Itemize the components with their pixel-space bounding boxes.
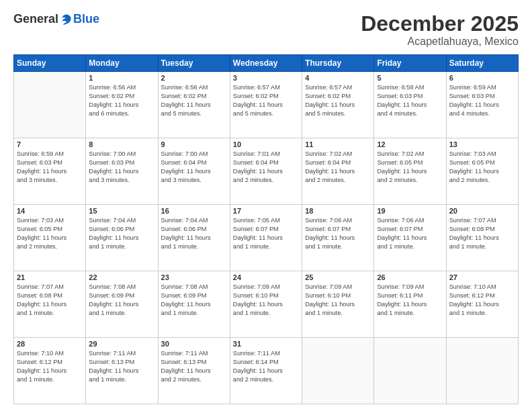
day-info: Sunrise: 7:02 AM Sunset: 6:04 PM Dayligh… [305,150,371,185]
calendar-cell: 22Sunrise: 7:08 AM Sunset: 6:09 PM Dayli… [86,271,158,338]
day-number: 29 [89,340,154,348]
logo-blue-text: Blue [73,12,99,26]
day-number: 4 [305,74,371,82]
month-title: December 2025 [361,12,519,36]
day-number: 26 [377,273,443,281]
day-info: Sunrise: 7:00 AM Sunset: 6:03 PM Dayligh… [89,150,154,185]
calendar-cell: 2Sunrise: 6:56 AM Sunset: 6:02 PM Daylig… [158,72,230,138]
day-info: Sunrise: 6:56 AM Sunset: 6:02 PM Dayligh… [89,83,154,118]
day-number: 17 [233,207,299,215]
weekday-header-wednesday: Wednesday [230,55,302,72]
day-number: 7 [17,140,83,148]
day-number: 19 [377,207,443,215]
day-number: 28 [17,340,83,348]
weekday-header-monday: Monday [86,55,158,72]
calendar-cell: 4Sunrise: 6:57 AM Sunset: 6:02 PM Daylig… [302,72,374,138]
calendar-cell: 15Sunrise: 7:04 AM Sunset: 6:06 PM Dayli… [86,205,158,271]
calendar-cell: 24Sunrise: 7:09 AM Sunset: 6:10 PM Dayli… [230,271,302,338]
calendar-cell: 5Sunrise: 6:58 AM Sunset: 6:03 PM Daylig… [374,72,446,138]
calendar-week-row: 7Sunrise: 6:59 AM Sunset: 6:03 PM Daylig… [14,138,519,205]
day-info: Sunrise: 7:09 AM Sunset: 6:11 PM Dayligh… [377,283,443,318]
day-info: Sunrise: 7:06 AM Sunset: 6:07 PM Dayligh… [377,216,443,251]
weekday-header-friday: Friday [374,55,446,72]
day-info: Sunrise: 7:08 AM Sunset: 6:09 PM Dayligh… [89,283,154,318]
calendar-cell: 23Sunrise: 7:08 AM Sunset: 6:09 PM Dayli… [158,271,230,338]
calendar-cell: 17Sunrise: 7:05 AM Sunset: 6:07 PM Dayli… [230,205,302,271]
calendar-week-row: 14Sunrise: 7:03 AM Sunset: 6:05 PM Dayli… [14,205,519,271]
calendar-cell: 12Sunrise: 7:02 AM Sunset: 6:05 PM Dayli… [374,138,446,205]
calendar-cell: 20Sunrise: 7:07 AM Sunset: 6:08 PM Dayli… [446,205,518,271]
day-number: 24 [233,273,299,281]
calendar-cell: 14Sunrise: 7:03 AM Sunset: 6:05 PM Dayli… [14,205,86,271]
day-number: 2 [161,74,227,82]
day-number: 13 [449,140,515,148]
weekday-header-sunday: Sunday [14,55,86,72]
day-info: Sunrise: 6:59 AM Sunset: 6:03 PM Dayligh… [449,83,515,118]
day-number: 31 [233,340,299,348]
day-info: Sunrise: 7:01 AM Sunset: 6:04 PM Dayligh… [233,150,299,185]
calendar-cell: 1Sunrise: 6:56 AM Sunset: 6:02 PM Daylig… [86,72,158,138]
day-number: 8 [89,140,154,148]
calendar-cell: 29Sunrise: 7:11 AM Sunset: 6:13 PM Dayli… [86,338,158,404]
weekday-header-thursday: Thursday [302,55,374,72]
day-number: 5 [377,74,443,82]
day-number: 9 [161,140,227,148]
day-info: Sunrise: 7:06 AM Sunset: 6:07 PM Dayligh… [305,216,371,251]
calendar-cell: 10Sunrise: 7:01 AM Sunset: 6:04 PM Dayli… [230,138,302,205]
day-number: 10 [233,140,299,148]
calendar-week-row: 21Sunrise: 7:07 AM Sunset: 6:08 PM Dayli… [14,271,519,338]
calendar-cell [14,72,86,138]
calendar-cell: 11Sunrise: 7:02 AM Sunset: 6:04 PM Dayli… [302,138,374,205]
day-info: Sunrise: 7:04 AM Sunset: 6:06 PM Dayligh… [161,216,227,251]
day-number: 12 [377,140,443,148]
calendar-week-row: 1Sunrise: 6:56 AM Sunset: 6:02 PM Daylig… [14,72,519,138]
calendar-cell: 26Sunrise: 7:09 AM Sunset: 6:11 PM Dayli… [374,271,446,338]
calendar-cell: 28Sunrise: 7:10 AM Sunset: 6:12 PM Dayli… [14,338,86,404]
day-number: 21 [17,273,83,281]
day-info: Sunrise: 7:05 AM Sunset: 6:07 PM Dayligh… [233,216,299,251]
day-number: 6 [449,74,515,82]
weekday-header-saturday: Saturday [446,55,518,72]
page: General Blue December 2025 Acapetlahuaya… [0,0,532,411]
day-number: 18 [305,207,371,215]
calendar-cell: 16Sunrise: 7:04 AM Sunset: 6:06 PM Dayli… [158,205,230,271]
location-title: Acapetlahuaya, Mexico [361,36,519,48]
day-number: 23 [161,273,227,281]
calendar-cell: 18Sunrise: 7:06 AM Sunset: 6:07 PM Dayli… [302,205,374,271]
day-info: Sunrise: 7:08 AM Sunset: 6:09 PM Dayligh… [161,283,227,318]
day-number: 11 [305,140,371,148]
calendar-table: SundayMondayTuesdayWednesdayThursdayFrid… [13,54,519,404]
logo-general-text: General [13,12,58,26]
day-info: Sunrise: 6:57 AM Sunset: 6:02 PM Dayligh… [305,83,371,118]
day-info: Sunrise: 7:07 AM Sunset: 6:08 PM Dayligh… [449,216,515,251]
day-info: Sunrise: 7:04 AM Sunset: 6:06 PM Dayligh… [89,216,154,251]
calendar-cell: 3Sunrise: 6:57 AM Sunset: 6:02 PM Daylig… [230,72,302,138]
calendar-cell: 30Sunrise: 7:11 AM Sunset: 6:13 PM Dayli… [158,338,230,404]
day-info: Sunrise: 6:56 AM Sunset: 6:02 PM Dayligh… [161,83,227,118]
calendar-week-row: 28Sunrise: 7:10 AM Sunset: 6:12 PM Dayli… [14,338,519,404]
calendar-cell: 27Sunrise: 7:10 AM Sunset: 6:12 PM Dayli… [446,271,518,338]
logo-bird-icon [60,13,73,26]
day-info: Sunrise: 7:03 AM Sunset: 6:05 PM Dayligh… [449,150,515,185]
day-info: Sunrise: 6:58 AM Sunset: 6:03 PM Dayligh… [377,83,443,118]
day-info: Sunrise: 6:59 AM Sunset: 6:03 PM Dayligh… [17,150,83,185]
day-info: Sunrise: 7:03 AM Sunset: 6:05 PM Dayligh… [17,216,83,251]
logo: General Blue [13,12,99,26]
calendar-cell: 8Sunrise: 7:00 AM Sunset: 6:03 PM Daylig… [86,138,158,205]
day-number: 25 [305,273,371,281]
day-number: 15 [89,207,154,215]
calendar-cell: 31Sunrise: 7:11 AM Sunset: 6:14 PM Dayli… [230,338,302,404]
calendar-cell: 13Sunrise: 7:03 AM Sunset: 6:05 PM Dayli… [446,138,518,205]
day-info: Sunrise: 7:11 AM Sunset: 6:14 PM Dayligh… [233,349,299,384]
day-info: Sunrise: 7:09 AM Sunset: 6:10 PM Dayligh… [305,283,371,318]
calendar-cell: 21Sunrise: 7:07 AM Sunset: 6:08 PM Dayli… [14,271,86,338]
title-section: December 2025 Acapetlahuaya, Mexico [361,12,519,48]
day-number: 14 [17,207,83,215]
day-number: 30 [161,340,227,348]
calendar-cell [374,338,446,404]
calendar-cell: 7Sunrise: 6:59 AM Sunset: 6:03 PM Daylig… [14,138,86,205]
weekday-header-row: SundayMondayTuesdayWednesdayThursdayFrid… [14,55,519,72]
day-info: Sunrise: 6:57 AM Sunset: 6:02 PM Dayligh… [233,83,299,118]
day-number: 16 [161,207,227,215]
day-info: Sunrise: 7:10 AM Sunset: 6:12 PM Dayligh… [17,349,83,384]
